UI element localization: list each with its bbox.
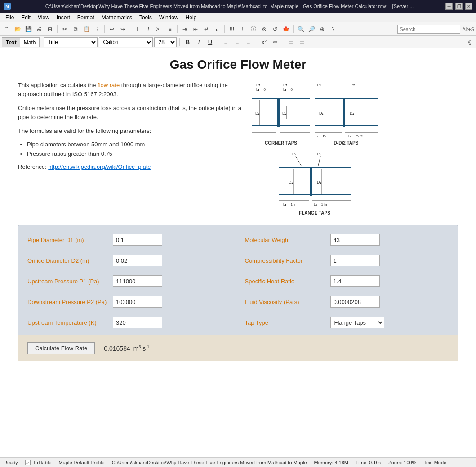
paragraph-style-select[interactable]: Title Heading 1 Normal (44, 37, 98, 47)
format-sep-2 (218, 38, 218, 46)
menu-edit[interactable]: Edit (18, 13, 34, 22)
pipe-diameter-input[interactable] (113, 234, 162, 246)
cut-button[interactable]: ✂ (60, 24, 70, 34)
paste-button[interactable]: 📋 (81, 24, 91, 34)
print-preview-button[interactable]: ⊟ (45, 24, 55, 34)
open-button[interactable]: 📂 (13, 24, 22, 34)
toolbar-separator-5 (224, 25, 225, 33)
toolbar-separator-1 (57, 25, 58, 33)
save-button[interactable]: 💾 (23, 24, 33, 34)
redo-button[interactable]: ↪ (118, 24, 128, 34)
zoom-in-button[interactable]: 🔎 (307, 24, 316, 34)
toolbar-separator-3 (130, 25, 130, 33)
svg-text:P₂: P₂ (351, 83, 355, 87)
font-size-select[interactable]: 28 12 14 16 18 (154, 37, 177, 47)
result-display: 0.016584 m3 s-1 (104, 344, 149, 352)
collapse-panel-button[interactable]: ⟪ (464, 37, 474, 47)
restore-button[interactable]: ❐ (455, 3, 463, 10)
copy-button[interactable]: ⧉ (71, 24, 80, 34)
editable-text: Editable (34, 460, 52, 465)
execute-to-button[interactable]: ! (238, 24, 248, 34)
align-left-button[interactable]: ≡ (221, 37, 231, 47)
reference-link[interactable]: http://en.wikipedia.org/wiki/Orifice_pla… (48, 163, 151, 170)
upstream-temperature-input[interactable] (113, 317, 162, 328)
specific-heat-ratio-input[interactable] (330, 275, 380, 287)
numbered-list-button[interactable]: ☰ (297, 37, 307, 47)
title-bar: M C:\Users\skhan\Desktop\Why Have These … (0, 0, 476, 13)
print-button[interactable]: 🖨 (34, 24, 44, 34)
close-button[interactable]: ✕ (465, 3, 472, 10)
dd2-taps-label: D-D/2 TAPS (315, 141, 378, 145)
break-button[interactable]: ↵ (201, 24, 211, 34)
bold-button[interactable]: B (182, 37, 192, 47)
menu-window[interactable]: Window (156, 13, 182, 22)
indent-button[interactable]: ⇥ (180, 24, 190, 34)
new-button[interactable]: 🗋 (2, 24, 12, 34)
text-button[interactable]: T (133, 24, 142, 34)
text-mode-toggle[interactable]: Text (2, 38, 20, 47)
undo-button[interactable]: ↩ (107, 24, 117, 34)
menu-file[interactable]: File (2, 13, 18, 22)
align-right-button[interactable]: ≡ (243, 37, 253, 47)
refresh-button[interactable]: ↺ (270, 24, 280, 34)
align-center-button[interactable]: ≡ (232, 37, 242, 47)
search-input[interactable] (397, 25, 460, 34)
menu-tools[interactable]: Tools (136, 13, 156, 22)
italic-button[interactable]: I (194, 37, 204, 47)
svg-text:L₁ = 1 in: L₁ = 1 in (283, 203, 296, 207)
menu-view[interactable]: View (34, 13, 53, 22)
superscript-button[interactable]: x² (259, 37, 269, 47)
zoom-custom-button[interactable]: ⊕ (317, 24, 327, 34)
calculate-button[interactable]: Calculate Flow Rate (27, 342, 95, 354)
outdent-button[interactable]: ⇤ (191, 24, 200, 34)
dd2-taps-diagram: P₁ P₂ D₁ D₂ (315, 81, 378, 145)
math-button[interactable]: T (143, 24, 153, 34)
svg-text:L₁ = D₁: L₁ = D₁ (316, 134, 327, 138)
font-select[interactable]: Calibri Arial Times New Roman (99, 37, 153, 47)
math-mode-toggle[interactable]: Math (20, 38, 40, 47)
menu-help[interactable]: Help (182, 13, 200, 22)
execute-button[interactable]: !!! (227, 24, 237, 34)
mode-text: Text Mode (423, 460, 446, 465)
right-column: Molecular Weight Compressibility Factor … (245, 234, 449, 328)
app-icon: M (4, 3, 11, 10)
tap-type-row: Tap Type Flange Taps Corner Taps D-D/2 T… (245, 317, 449, 328)
svg-text:P₂: P₂ (283, 83, 288, 87)
menu-format[interactable]: Format (74, 13, 98, 22)
maple-button[interactable]: 🍁 (281, 24, 291, 34)
zoom-out-button[interactable]: 🔍 (296, 24, 306, 34)
paste-special-button[interactable]: ⫶ (92, 24, 102, 34)
minimize-button[interactable]: ─ (445, 3, 453, 10)
downstream-pressure-row: Downstream Pressure P2 (Pa) (27, 296, 231, 308)
svg-text:D₁: D₁ (255, 111, 260, 115)
tap-type-select[interactable]: Flange Taps Corner Taps D-D/2 Taps (330, 317, 384, 328)
menu-mathematics[interactable]: Mathematics (98, 13, 136, 22)
info-button[interactable]: ⓘ (249, 24, 258, 34)
editable-checkbox[interactable]: ✓ (25, 460, 31, 465)
highlight-button[interactable]: ✏ (270, 37, 280, 47)
fluid-viscosity-input[interactable] (330, 296, 380, 308)
menu-insert[interactable]: Insert (53, 13, 74, 22)
interrupt-button[interactable]: ⊗ (259, 24, 269, 34)
parameter-list: Pipe diameters between 50mm and 1000 mm … (27, 141, 243, 157)
help-toolbar-button[interactable]: ? (328, 24, 338, 34)
format-sep-3 (256, 38, 256, 46)
bullet-list-button[interactable]: ☰ (286, 37, 296, 47)
format-bar: Text Math Title Heading 1 Normal Calibri… (0, 36, 476, 48)
downstream-pressure-input[interactable] (113, 296, 162, 308)
merge-button[interactable]: ↲ (212, 24, 222, 34)
underline-button[interactable]: U (205, 37, 215, 47)
svg-text:P₂: P₂ (317, 152, 321, 156)
upstream-pressure-input[interactable] (113, 275, 162, 287)
result-section: Calculate Flow Rate 0.016584 m3 s-1 (18, 335, 458, 361)
svg-text:D₁: D₁ (319, 111, 324, 115)
flange-taps-label: FLANGE TAPS (252, 211, 378, 216)
format-sep-4 (283, 38, 283, 46)
compressibility-factor-label: Compressibility Factor (245, 257, 326, 264)
code-button[interactable]: >_ (154, 24, 164, 34)
compressibility-factor-input[interactable] (330, 255, 380, 266)
molecular-weight-input[interactable] (330, 234, 380, 246)
orifice-diameter-input[interactable] (113, 255, 162, 266)
section-button[interactable]: ≡ (165, 24, 175, 34)
svg-rect-6 (277, 98, 280, 127)
